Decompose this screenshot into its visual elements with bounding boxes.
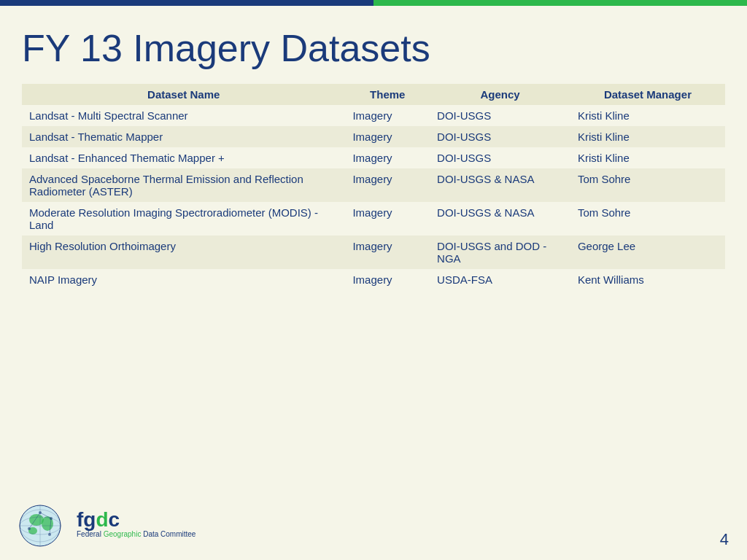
cell-theme: Imagery bbox=[345, 168, 430, 202]
cell-manager: Kent Williams bbox=[570, 269, 725, 290]
cell-manager: Kristi Kline bbox=[570, 147, 725, 168]
fgdc-d-letter: d bbox=[96, 508, 108, 531]
cell-agency: USDA-FSA bbox=[430, 269, 570, 290]
cell-theme: Imagery bbox=[345, 269, 430, 290]
cell-agency: DOI-USGS and DOD - NGA bbox=[430, 236, 570, 269]
fgdc-globe-icon bbox=[15, 498, 73, 549]
table-row: High Resolution OrthoimageryImageryDOI-U… bbox=[22, 236, 725, 269]
footer: fgdc Federal Geographic Data Committee bbox=[15, 498, 196, 549]
col-header-name: Dataset Name bbox=[22, 84, 345, 105]
cell-dataset-name: Advanced Spaceborne Thermal Emission and… bbox=[22, 168, 345, 202]
fgdc-geographic: Geographic bbox=[104, 530, 142, 538]
cell-dataset-name: High Resolution Orthoimagery bbox=[22, 236, 345, 269]
fgdc-fg-letters: fg bbox=[77, 508, 96, 531]
svg-point-1 bbox=[29, 514, 44, 526]
col-header-agency: Agency bbox=[430, 84, 570, 105]
cell-agency: DOI-USGS bbox=[430, 105, 570, 126]
table-row: Landsat - Thematic MapperImageryDOI-USGS… bbox=[22, 126, 725, 147]
page-title: FY 13 Imagery Datasets bbox=[22, 28, 725, 69]
fgdc-text-block: fgdc Federal Geographic Data Committee bbox=[77, 510, 196, 538]
fgdc-brand-name: fgdc bbox=[77, 510, 196, 530]
cell-manager: Tom Sohre bbox=[570, 168, 725, 202]
main-content: FY 13 Imagery Datasets Dataset Name Them… bbox=[0, 6, 747, 305]
cell-agency: DOI-USGS bbox=[430, 126, 570, 147]
table-row: NAIP ImageryImageryUSDA-FSAKent Williams bbox=[22, 269, 725, 290]
cell-manager: Kristi Kline bbox=[570, 105, 725, 126]
cell-manager: George Lee bbox=[570, 236, 725, 269]
cell-agency: DOI-USGS bbox=[430, 147, 570, 168]
table-row: Moderate Resolution Imaging Spectroradio… bbox=[22, 202, 725, 236]
col-header-theme: Theme bbox=[345, 84, 430, 105]
cell-dataset-name: Landsat - Enhanced Thematic Mapper + bbox=[22, 147, 345, 168]
cell-agency: DOI-USGS & NASA bbox=[430, 202, 570, 236]
fgdc-data: Data bbox=[143, 530, 158, 538]
cell-dataset-name: Moderate Resolution Imaging Spectroradio… bbox=[22, 202, 345, 236]
datasets-table: Dataset Name Theme Agency Dataset Manage… bbox=[22, 84, 725, 290]
cell-manager: Tom Sohre bbox=[570, 202, 725, 236]
cell-dataset-name: Landsat - Thematic Mapper bbox=[22, 126, 345, 147]
fgdc-federal: Federal bbox=[77, 530, 101, 538]
cell-dataset-name: Landsat - Multi Spectral Scanner bbox=[22, 105, 345, 126]
table-row: Advanced Spaceborne Thermal Emission and… bbox=[22, 168, 725, 202]
cell-theme: Imagery bbox=[345, 202, 430, 236]
fgdc-full-name: Federal Geographic Data Committee bbox=[77, 530, 196, 538]
fgdc-logo: fgdc Federal Geographic Data Committee bbox=[15, 498, 196, 549]
fgdc-committee: Committee bbox=[160, 530, 196, 538]
cell-theme: Imagery bbox=[345, 236, 430, 269]
table-row: Landsat - Enhanced Thematic Mapper +Imag… bbox=[22, 147, 725, 168]
cell-manager: Kristi Kline bbox=[570, 126, 725, 147]
cell-agency: DOI-USGS & NASA bbox=[430, 168, 570, 202]
fgdc-c-letter: c bbox=[109, 508, 120, 531]
top-bar bbox=[0, 0, 747, 6]
cell-theme: Imagery bbox=[345, 147, 430, 168]
col-header-manager: Dataset Manager bbox=[570, 84, 725, 105]
table-row: Landsat - Multi Spectral ScannerImageryD… bbox=[22, 105, 725, 126]
cell-theme: Imagery bbox=[345, 126, 430, 147]
cell-theme: Imagery bbox=[345, 105, 430, 126]
page-number: 4 bbox=[720, 530, 729, 549]
cell-dataset-name: NAIP Imagery bbox=[22, 269, 345, 290]
table-header-row: Dataset Name Theme Agency Dataset Manage… bbox=[22, 84, 725, 105]
